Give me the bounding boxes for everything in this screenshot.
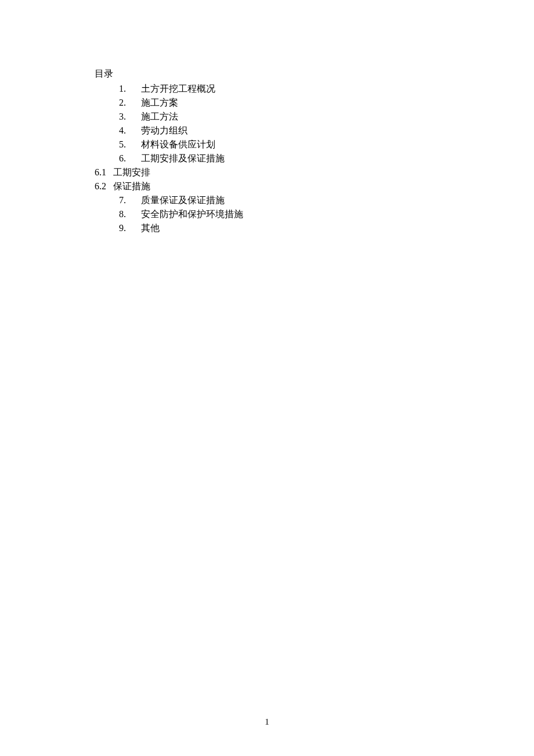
toc-item-text: 工期安排 bbox=[112, 167, 150, 177]
toc-item: 9.其他 bbox=[95, 221, 534, 235]
toc-item-number: 2. bbox=[119, 96, 134, 110]
toc-item: 8.安全防护和保护环境措施 bbox=[95, 207, 534, 221]
toc-item-text: 土方开挖工程概况 bbox=[134, 84, 215, 93]
document-content: 目录 1.土方开挖工程概况 2.施工方案 3.施工方法 4.劳动力组织 5.材料… bbox=[0, 0, 534, 235]
toc-item-number: 8. bbox=[119, 207, 134, 221]
toc-item-number: 4. bbox=[119, 124, 134, 138]
toc-item: 4.劳动力组织 bbox=[95, 124, 534, 138]
toc-item-text: 工期安排及保证措施 bbox=[134, 153, 225, 163]
toc-item: 3.施工方法 bbox=[95, 110, 534, 124]
toc-item-number: 5. bbox=[119, 138, 134, 152]
toc-item: 2.施工方案 bbox=[95, 96, 534, 110]
toc-item-number: 9. bbox=[119, 221, 134, 235]
toc-item: 6.1工期安排 bbox=[95, 165, 534, 179]
toc-item-text: 质量保证及保证措施 bbox=[134, 195, 225, 205]
toc-item-number: 6. bbox=[119, 152, 134, 165]
toc-item: 5.材料设备供应计划 bbox=[95, 138, 534, 152]
toc-item-number: 6.2 bbox=[95, 179, 112, 193]
toc-item: 6.2保证措施 bbox=[95, 179, 534, 193]
toc-item: 1.土方开挖工程概况 bbox=[95, 82, 534, 96]
toc-title: 目录 bbox=[95, 67, 534, 81]
toc-item-number: 3. bbox=[119, 110, 134, 124]
toc-item-text: 材料设备供应计划 bbox=[134, 139, 215, 149]
toc-item-text: 安全防护和保护环境措施 bbox=[134, 209, 243, 219]
toc-item: 6.工期安排及保证措施 bbox=[95, 152, 534, 165]
toc-item-number: 7. bbox=[119, 193, 134, 207]
toc-item-text: 施工方法 bbox=[134, 111, 178, 121]
toc-item-text: 其他 bbox=[134, 223, 160, 233]
toc-item-text: 保证措施 bbox=[112, 181, 150, 191]
toc-item-number: 6.1 bbox=[95, 165, 112, 179]
page-number: 1 bbox=[0, 717, 534, 727]
toc-item: 7.质量保证及保证措施 bbox=[95, 193, 534, 207]
toc-item-text: 施工方案 bbox=[134, 98, 178, 107]
toc-item-number: 1. bbox=[119, 82, 134, 96]
toc-item-text: 劳动力组织 bbox=[134, 125, 187, 135]
